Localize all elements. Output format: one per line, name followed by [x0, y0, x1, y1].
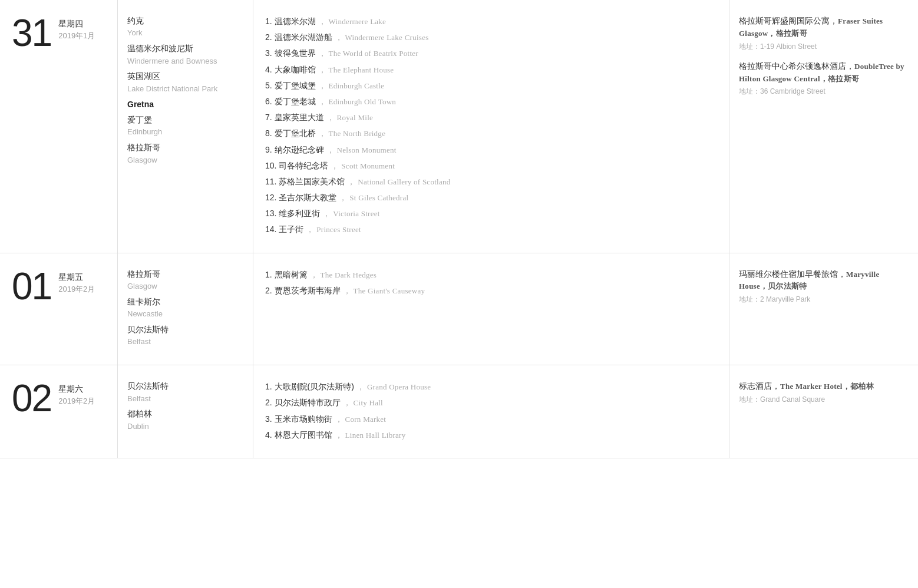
hotels-column: 标志酒店，The Marker Hotel，都柏林地址：Grand Canal … — [729, 365, 918, 458]
hotel-name-wrapper: 格拉斯哥辉盛阁国际公寓，Fraser Suites Glasgow，格拉斯哥 — [739, 14, 909, 40]
city-en: Belfast — [127, 393, 243, 405]
city-zh: 贝尔法斯特 — [127, 323, 243, 336]
attraction-separator: ， — [306, 224, 314, 234]
attraction-en: The Dark Hedges — [321, 270, 377, 279]
itinerary-row-day01: 01星期五2019年2月格拉斯哥Glasgow纽卡斯尔Newcastle贝尔法斯… — [0, 253, 918, 366]
city-en: Edinburgh — [127, 126, 243, 138]
cities-column: 格拉斯哥Glasgow纽卡斯尔Newcastle贝尔法斯特Belfast — [118, 253, 253, 365]
attraction-en: Victoria Street — [333, 209, 379, 218]
city-group: 贝尔法斯特Belfast — [127, 379, 243, 405]
hotel-item: 标志酒店，The Marker Hotel，都柏林地址：Grand Canal … — [739, 379, 909, 405]
hotel-name-zh: 标志酒店， — [739, 381, 780, 391]
date-number: 01 — [12, 267, 51, 305]
attraction-separator: ， — [318, 65, 326, 74]
attraction-item: 2. 贾恩茨考斯韦海岸，The Giant's Causeway — [265, 283, 717, 298]
attraction-item: 3. 玉米市场购物街，Corn Market — [265, 412, 717, 427]
attraction-separator: ， — [356, 382, 365, 391]
hotel-name-wrapper: 玛丽维尔楼住宿加早餐旅馆，Maryville House，贝尔法斯特 — [739, 267, 909, 293]
attraction-item: 1. 温德米尔湖，Windermere Lake — [265, 14, 717, 29]
date-month: 2019年2月 — [58, 284, 95, 295]
hotel-item: 玛丽维尔楼住宿加早餐旅馆，Maryville House，贝尔法斯特地址：2 M… — [739, 267, 909, 306]
city-en: York — [127, 27, 243, 39]
city-group: Gretna — [127, 98, 243, 111]
attraction-en: City Hall — [354, 398, 383, 407]
attraction-en: St Giles Cathedral — [349, 193, 408, 202]
attraction-en: Windermere Lake Cruises — [345, 33, 429, 42]
attraction-separator: ， — [343, 286, 351, 295]
city-en: Lake District National Park — [127, 83, 243, 95]
hotel-address: 地址：1-19 Albion Street — [739, 41, 909, 52]
city-zh: 纽卡斯尔 — [127, 295, 243, 308]
attraction-item: 2. 贝尔法斯特市政厅，City Hall — [265, 395, 717, 410]
date-column: 02星期六2019年2月 — [0, 365, 118, 458]
attraction-item: 1. 大歌剧院(贝尔法斯特)，Grand Opera House — [265, 379, 717, 394]
attraction-separator: ， — [318, 81, 326, 90]
date-number: 31 — [12, 14, 51, 52]
hotels-column: 格拉斯哥辉盛阁国际公寓，Fraser Suites Glasgow，格拉斯哥地址… — [729, 0, 918, 253]
attraction-en: The Giant's Causeway — [354, 286, 425, 295]
hotel-address: 地址：Grand Canal Square — [739, 394, 909, 405]
date-column: 01星期五2019年2月 — [0, 253, 118, 365]
city-group: 都柏林Dublin — [127, 407, 243, 432]
itinerary-row-day31: 31星期四2019年1月约克York温德米尔和波尼斯Windermere and… — [0, 0, 918, 253]
attraction-zh: 13. 维多利亚街 — [265, 209, 320, 218]
attraction-zh: 11. 苏格兰国家美术馆 — [265, 177, 345, 186]
city-en: Glasgow — [127, 280, 243, 293]
attraction-en: Nelson Monument — [337, 146, 397, 154]
date-month: 2019年1月 — [58, 31, 95, 41]
hotel-address: 地址：36 Cambridge Street — [739, 86, 909, 97]
date-month: 2019年2月 — [58, 396, 95, 407]
city-zh: 贝尔法斯特 — [127, 379, 243, 392]
date-column: 31星期四2019年1月 — [0, 0, 118, 253]
hotels-column: 玛丽维尔楼住宿加早餐旅馆，Maryville House，贝尔法斯特地址：2 M… — [729, 253, 918, 365]
date-weekday: 星期六 — [58, 384, 95, 395]
city-group: 约克York — [127, 14, 243, 39]
attraction-zh: 10. 司各特纪念塔 — [265, 161, 328, 170]
attraction-separator: ， — [335, 32, 343, 42]
city-zh: 都柏林 — [127, 407, 243, 420]
attraction-separator: ， — [326, 113, 335, 122]
city-zh: 爱丁堡 — [127, 113, 243, 126]
hotel-name-en: The Marker Hotel，都柏林 — [780, 382, 874, 391]
date-info: 星期六2019年2月 — [58, 379, 95, 407]
attraction-item: 9. 纳尔逊纪念碑，Nelson Monument — [265, 143, 717, 157]
attraction-item: 12. 圣吉尔斯大教堂，St Giles Cathedral — [265, 190, 717, 205]
cities-column: 约克York温德米尔和波尼斯Windermere and Bowness英国湖区… — [118, 0, 253, 253]
attraction-item: 1. 黑暗树篱，The Dark Hedges — [265, 267, 717, 282]
attraction-item: 10. 司各特纪念塔，Scott Monument — [265, 158, 717, 173]
attraction-en: Corn Market — [345, 415, 387, 424]
itinerary-row-day02: 02星期六2019年2月贝尔法斯特Belfast都柏林Dublin1. 大歌剧院… — [0, 365, 918, 458]
attraction-en: Windermere Lake — [329, 17, 387, 26]
attraction-zh: 12. 圣吉尔斯大教堂 — [265, 193, 336, 202]
attraction-separator: ， — [339, 193, 347, 202]
attraction-zh: 3. 玉米市场购物街 — [265, 414, 332, 424]
attraction-separator: ， — [347, 177, 355, 186]
hotel-address: 地址：2 Maryville Park — [739, 294, 909, 305]
city-group: 温德米尔和波尼斯Windermere and Bowness — [127, 42, 243, 67]
attraction-item: 2. 温德米尔湖游船，Windermere Lake Cruises — [265, 30, 717, 45]
date-info: 星期四2019年1月 — [58, 14, 95, 41]
attraction-zh: 2. 贝尔法斯特市政厅 — [265, 398, 341, 407]
date-weekday: 星期五 — [58, 272, 95, 283]
attraction-en: The North Bridge — [329, 129, 386, 138]
hotel-name-wrapper: 格拉斯哥中心希尔顿逸林酒店，DoubleTree by Hilton Glasg… — [739, 60, 909, 85]
attraction-separator: ， — [343, 398, 351, 407]
attraction-item: 11. 苏格兰国家美术馆，National Gallery of Scotlan… — [265, 174, 717, 189]
attraction-zh: 14. 王子街 — [265, 224, 303, 234]
city-en: Dublin — [127, 421, 243, 433]
hotel-name-zh: 格拉斯哥辉盛阁国际公寓， — [739, 16, 838, 25]
city-group: 爱丁堡Edinburgh — [127, 113, 243, 138]
itinerary-table: 31星期四2019年1月约克York温德米尔和波尼斯Windermere and… — [0, 0, 918, 458]
attraction-en: The Elephant House — [329, 65, 394, 74]
date-info: 星期五2019年2月 — [58, 267, 95, 295]
city-zh: 约克 — [127, 14, 243, 27]
attraction-item: 6. 爱丁堡老城，Edinburgh Old Town — [265, 94, 717, 109]
attraction-zh: 1. 温德米尔湖 — [265, 16, 316, 26]
attraction-zh: 5. 爱丁堡城堡 — [265, 81, 316, 90]
attraction-separator: ， — [318, 97, 326, 106]
attraction-separator: ， — [318, 48, 326, 58]
attractions-column: 1. 黑暗树篱，The Dark Hedges2. 贾恩茨考斯韦海岸，The G… — [253, 253, 729, 365]
attraction-en: The World of Beatrix Potter — [329, 49, 418, 58]
attraction-en: Edinburgh Castle — [329, 81, 385, 90]
city-group: 纽卡斯尔Newcastle — [127, 295, 243, 321]
